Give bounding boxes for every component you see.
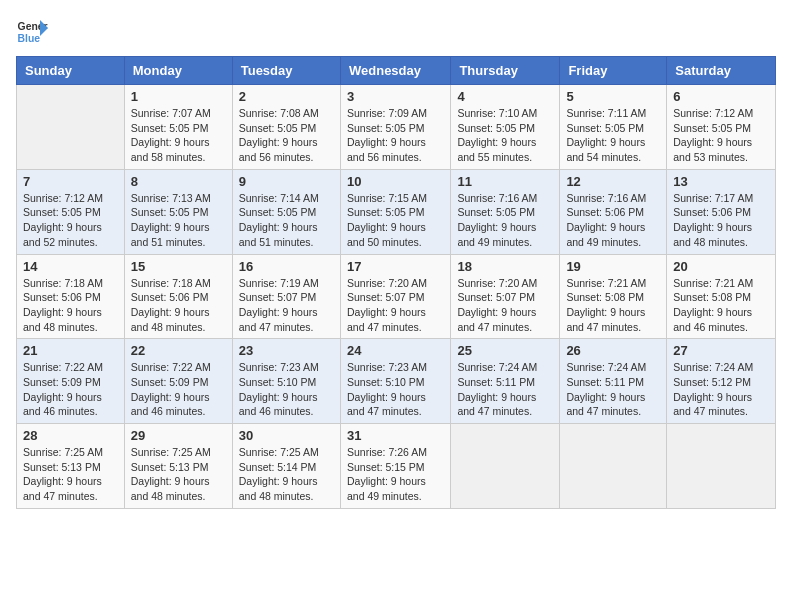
weekday-header-cell: Friday: [560, 57, 667, 85]
day-number: 16: [239, 259, 334, 274]
calendar-day-cell: 6Sunrise: 7:12 AMSunset: 5:05 PMDaylight…: [667, 85, 776, 170]
day-number: 20: [673, 259, 769, 274]
calendar-day-cell: 14Sunrise: 7:18 AMSunset: 5:06 PMDayligh…: [17, 254, 125, 339]
calendar-body: 1Sunrise: 7:07 AMSunset: 5:05 PMDaylight…: [17, 85, 776, 509]
day-number: 18: [457, 259, 553, 274]
day-info: Sunrise: 7:16 AMSunset: 5:06 PMDaylight:…: [566, 191, 660, 250]
svg-text:Blue: Blue: [18, 33, 41, 44]
calendar-day-cell: 20Sunrise: 7:21 AMSunset: 5:08 PMDayligh…: [667, 254, 776, 339]
page-header: General Blue: [16, 16, 776, 48]
day-info: Sunrise: 7:23 AMSunset: 5:10 PMDaylight:…: [239, 360, 334, 419]
day-number: 4: [457, 89, 553, 104]
day-info: Sunrise: 7:20 AMSunset: 5:07 PMDaylight:…: [347, 276, 444, 335]
day-number: 26: [566, 343, 660, 358]
day-info: Sunrise: 7:26 AMSunset: 5:15 PMDaylight:…: [347, 445, 444, 504]
day-number: 21: [23, 343, 118, 358]
calendar-day-cell: 28Sunrise: 7:25 AMSunset: 5:13 PMDayligh…: [17, 424, 125, 509]
day-info: Sunrise: 7:24 AMSunset: 5:11 PMDaylight:…: [457, 360, 553, 419]
day-info: Sunrise: 7:19 AMSunset: 5:07 PMDaylight:…: [239, 276, 334, 335]
day-info: Sunrise: 7:21 AMSunset: 5:08 PMDaylight:…: [673, 276, 769, 335]
weekday-header-cell: Sunday: [17, 57, 125, 85]
day-info: Sunrise: 7:07 AMSunset: 5:05 PMDaylight:…: [131, 106, 226, 165]
calendar-day-cell: 15Sunrise: 7:18 AMSunset: 5:06 PMDayligh…: [124, 254, 232, 339]
weekday-header-cell: Saturday: [667, 57, 776, 85]
day-info: Sunrise: 7:10 AMSunset: 5:05 PMDaylight:…: [457, 106, 553, 165]
day-number: 9: [239, 174, 334, 189]
calendar-day-cell: 1Sunrise: 7:07 AMSunset: 5:05 PMDaylight…: [124, 85, 232, 170]
day-number: 30: [239, 428, 334, 443]
day-info: Sunrise: 7:12 AMSunset: 5:05 PMDaylight:…: [673, 106, 769, 165]
calendar-day-cell: 27Sunrise: 7:24 AMSunset: 5:12 PMDayligh…: [667, 339, 776, 424]
day-number: 25: [457, 343, 553, 358]
day-info: Sunrise: 7:25 AMSunset: 5:14 PMDaylight:…: [239, 445, 334, 504]
day-info: Sunrise: 7:13 AMSunset: 5:05 PMDaylight:…: [131, 191, 226, 250]
day-info: Sunrise: 7:24 AMSunset: 5:11 PMDaylight:…: [566, 360, 660, 419]
day-number: 8: [131, 174, 226, 189]
day-info: Sunrise: 7:18 AMSunset: 5:06 PMDaylight:…: [23, 276, 118, 335]
day-number: 28: [23, 428, 118, 443]
calendar-header: SundayMondayTuesdayWednesdayThursdayFrid…: [17, 57, 776, 85]
weekday-header-cell: Tuesday: [232, 57, 340, 85]
day-info: Sunrise: 7:11 AMSunset: 5:05 PMDaylight:…: [566, 106, 660, 165]
calendar-day-cell: [667, 424, 776, 509]
day-number: 29: [131, 428, 226, 443]
calendar-day-cell: [451, 424, 560, 509]
day-number: 15: [131, 259, 226, 274]
day-number: 19: [566, 259, 660, 274]
day-number: 5: [566, 89, 660, 104]
calendar-day-cell: 3Sunrise: 7:09 AMSunset: 5:05 PMDaylight…: [340, 85, 450, 170]
calendar-day-cell: 8Sunrise: 7:13 AMSunset: 5:05 PMDaylight…: [124, 169, 232, 254]
calendar-week-row: 21Sunrise: 7:22 AMSunset: 5:09 PMDayligh…: [17, 339, 776, 424]
day-number: 14: [23, 259, 118, 274]
calendar-day-cell: 5Sunrise: 7:11 AMSunset: 5:05 PMDaylight…: [560, 85, 667, 170]
calendar-day-cell: 23Sunrise: 7:23 AMSunset: 5:10 PMDayligh…: [232, 339, 340, 424]
weekday-header-cell: Wednesday: [340, 57, 450, 85]
calendar-day-cell: 4Sunrise: 7:10 AMSunset: 5:05 PMDaylight…: [451, 85, 560, 170]
calendar-day-cell: 26Sunrise: 7:24 AMSunset: 5:11 PMDayligh…: [560, 339, 667, 424]
day-number: 22: [131, 343, 226, 358]
day-info: Sunrise: 7:16 AMSunset: 5:05 PMDaylight:…: [457, 191, 553, 250]
calendar-day-cell: 25Sunrise: 7:24 AMSunset: 5:11 PMDayligh…: [451, 339, 560, 424]
day-info: Sunrise: 7:09 AMSunset: 5:05 PMDaylight:…: [347, 106, 444, 165]
day-number: 11: [457, 174, 553, 189]
day-number: 10: [347, 174, 444, 189]
weekday-header-row: SundayMondayTuesdayWednesdayThursdayFrid…: [17, 57, 776, 85]
day-number: 3: [347, 89, 444, 104]
day-number: 6: [673, 89, 769, 104]
calendar-week-row: 1Sunrise: 7:07 AMSunset: 5:05 PMDaylight…: [17, 85, 776, 170]
calendar-week-row: 28Sunrise: 7:25 AMSunset: 5:13 PMDayligh…: [17, 424, 776, 509]
day-info: Sunrise: 7:21 AMSunset: 5:08 PMDaylight:…: [566, 276, 660, 335]
calendar-table: SundayMondayTuesdayWednesdayThursdayFrid…: [16, 56, 776, 509]
calendar-day-cell: 7Sunrise: 7:12 AMSunset: 5:05 PMDaylight…: [17, 169, 125, 254]
calendar-week-row: 14Sunrise: 7:18 AMSunset: 5:06 PMDayligh…: [17, 254, 776, 339]
day-info: Sunrise: 7:14 AMSunset: 5:05 PMDaylight:…: [239, 191, 334, 250]
weekday-header-cell: Monday: [124, 57, 232, 85]
calendar-day-cell: 16Sunrise: 7:19 AMSunset: 5:07 PMDayligh…: [232, 254, 340, 339]
calendar-day-cell: 17Sunrise: 7:20 AMSunset: 5:07 PMDayligh…: [340, 254, 450, 339]
day-info: Sunrise: 7:23 AMSunset: 5:10 PMDaylight:…: [347, 360, 444, 419]
calendar-day-cell: 24Sunrise: 7:23 AMSunset: 5:10 PMDayligh…: [340, 339, 450, 424]
calendar-day-cell: 9Sunrise: 7:14 AMSunset: 5:05 PMDaylight…: [232, 169, 340, 254]
day-number: 31: [347, 428, 444, 443]
calendar-day-cell: 30Sunrise: 7:25 AMSunset: 5:14 PMDayligh…: [232, 424, 340, 509]
day-number: 1: [131, 89, 226, 104]
day-info: Sunrise: 7:12 AMSunset: 5:05 PMDaylight:…: [23, 191, 118, 250]
calendar-day-cell: 31Sunrise: 7:26 AMSunset: 5:15 PMDayligh…: [340, 424, 450, 509]
day-info: Sunrise: 7:15 AMSunset: 5:05 PMDaylight:…: [347, 191, 444, 250]
day-number: 2: [239, 89, 334, 104]
day-info: Sunrise: 7:20 AMSunset: 5:07 PMDaylight:…: [457, 276, 553, 335]
day-number: 23: [239, 343, 334, 358]
calendar-day-cell: 2Sunrise: 7:08 AMSunset: 5:05 PMDaylight…: [232, 85, 340, 170]
calendar-day-cell: 21Sunrise: 7:22 AMSunset: 5:09 PMDayligh…: [17, 339, 125, 424]
day-info: Sunrise: 7:25 AMSunset: 5:13 PMDaylight:…: [131, 445, 226, 504]
day-number: 24: [347, 343, 444, 358]
day-info: Sunrise: 7:22 AMSunset: 5:09 PMDaylight:…: [23, 360, 118, 419]
calendar-day-cell: 22Sunrise: 7:22 AMSunset: 5:09 PMDayligh…: [124, 339, 232, 424]
calendar-day-cell: 13Sunrise: 7:17 AMSunset: 5:06 PMDayligh…: [667, 169, 776, 254]
calendar-day-cell: 18Sunrise: 7:20 AMSunset: 5:07 PMDayligh…: [451, 254, 560, 339]
day-info: Sunrise: 7:17 AMSunset: 5:06 PMDaylight:…: [673, 191, 769, 250]
day-info: Sunrise: 7:18 AMSunset: 5:06 PMDaylight:…: [131, 276, 226, 335]
day-number: 7: [23, 174, 118, 189]
calendar-day-cell: 11Sunrise: 7:16 AMSunset: 5:05 PMDayligh…: [451, 169, 560, 254]
calendar-day-cell: [17, 85, 125, 170]
